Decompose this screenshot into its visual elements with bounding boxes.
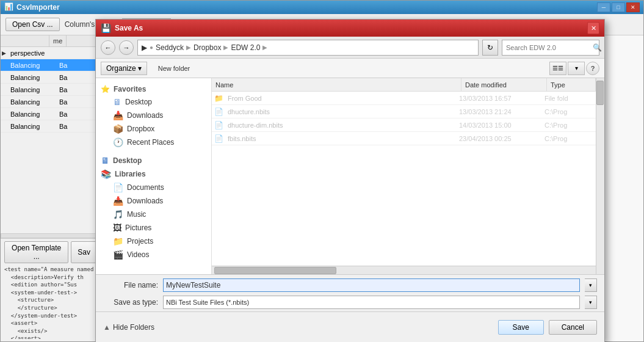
nav-search-box: 🔍 bbox=[502, 40, 599, 56]
favorites-section: ⭐ Favorites 🖥 Desktop 📥 Downloads 📦 Drop… bbox=[96, 83, 211, 149]
dialog-title: Save As bbox=[115, 24, 587, 32]
col-header-name[interactable]: Name bbox=[212, 78, 461, 91]
scrollbar-v-thumb bbox=[596, 81, 604, 105]
row-cell-meta: Ba bbox=[57, 74, 101, 81]
open-template-button[interactable]: Open Template ... bbox=[4, 241, 68, 263]
sidebar-item-music[interactable]: 🎵 Music bbox=[96, 208, 211, 221]
new-folder-button[interactable]: New folder bbox=[152, 63, 197, 74]
desktop-label: Desktop bbox=[125, 98, 152, 106]
col-header-meta: me bbox=[49, 35, 67, 46]
nav-forward-button[interactable]: → bbox=[119, 40, 134, 55]
table-row[interactable]: Balancing Ba bbox=[1, 59, 101, 71]
dialog-footer: ▲ Hide Folders Save Cancel bbox=[96, 311, 604, 342]
path-dropbox[interactable]: Dropbox bbox=[194, 43, 221, 52]
sidebar-item-pictures[interactable]: 🖼 Pictures bbox=[96, 221, 211, 235]
minimize-button[interactable]: ─ bbox=[597, 2, 610, 12]
file-name-label: File name: bbox=[103, 281, 158, 289]
path-edw[interactable]: EDW 2.0 bbox=[231, 43, 260, 52]
view-list-button[interactable]: ☰☰ bbox=[549, 62, 566, 75]
left-panel: me ▶ perspective Balancing Ba bbox=[1, 35, 101, 341]
table-row[interactable]: ▶ perspective bbox=[1, 47, 101, 59]
save-dialog-button[interactable]: Save bbox=[498, 320, 544, 335]
file-item[interactable]: 📄 dhucture-dim.nbits 14/03/2013 15:00 C:… bbox=[212, 118, 596, 132]
bottom-buttons: Open Template ... Sav bbox=[4, 241, 97, 263]
sidebar-item-documents[interactable]: 📄 Documents bbox=[96, 181, 211, 194]
table-row[interactable]: Balancing Ba bbox=[1, 84, 101, 96]
file-name-dropdown-arrow[interactable]: ▾ bbox=[585, 278, 597, 292]
file-item[interactable]: 📄 fbits.nbits 23/04/2013 00:25 C:\Prog bbox=[212, 132, 596, 145]
col-header-type[interactable]: Type bbox=[547, 78, 596, 91]
dialog-action-buttons: Save Cancel bbox=[498, 320, 597, 335]
table-rows: ▶ perspective Balancing Ba Balancing Ba bbox=[1, 47, 101, 233]
file-list: 📁 From Good 13/03/2013 16:57 File fold 📄… bbox=[212, 92, 596, 266]
downloads-label: Downloads bbox=[127, 111, 163, 120]
nav-refresh-button[interactable]: ↻ bbox=[482, 40, 498, 56]
dialog-close-button[interactable]: ✕ bbox=[587, 22, 599, 34]
col-header-date[interactable]: Date modified bbox=[461, 78, 547, 91]
view-buttons: ☰☰ ▾ ? bbox=[549, 62, 599, 75]
horizontal-scrollbar-files[interactable] bbox=[212, 266, 596, 274]
row-cell-name: Balancing bbox=[8, 62, 57, 69]
file-item-type: C:\Prog bbox=[545, 122, 593, 129]
table-header: me bbox=[1, 35, 101, 47]
cancel-dialog-button[interactable]: Cancel bbox=[549, 320, 597, 335]
vertical-scrollbar-files[interactable] bbox=[596, 78, 604, 274]
row-cell-meta: Ba bbox=[57, 123, 101, 130]
save-type-input[interactable] bbox=[163, 296, 580, 309]
dropbox-label: Dropbox bbox=[127, 125, 154, 133]
organize-label: Organize bbox=[106, 64, 136, 73]
maximize-button[interactable]: □ bbox=[612, 2, 625, 12]
open-csv-button[interactable]: Open Csv ... bbox=[5, 18, 60, 31]
path-separator: ● bbox=[150, 44, 153, 51]
pictures-icon: 🖼 bbox=[113, 223, 121, 233]
file-item[interactable]: 📁 From Good 13/03/2013 16:57 File fold bbox=[212, 92, 596, 105]
path-seddyck[interactable]: Seddyck bbox=[156, 43, 184, 52]
sidebar-item-downloads2[interactable]: 📥 Downloads bbox=[96, 194, 211, 208]
nav-back-button[interactable]: ← bbox=[101, 40, 115, 55]
horizontal-scrollbar[interactable] bbox=[1, 233, 101, 238]
hide-folders-button[interactable]: ▲ Hide Folders bbox=[103, 323, 154, 332]
row-cell-name: Balancing bbox=[8, 86, 57, 93]
help-button[interactable]: ? bbox=[586, 62, 599, 75]
file-item-date: 14/03/2013 15:00 bbox=[459, 122, 545, 129]
scrollbar-h-thumb bbox=[214, 267, 336, 274]
sidebar-item-desktop[interactable]: 🖥 Desktop bbox=[96, 95, 211, 109]
file-name-input[interactable] bbox=[163, 278, 580, 292]
file-item-date: 13/03/2013 21:24 bbox=[459, 108, 545, 115]
save-button[interactable]: Sav bbox=[71, 241, 97, 263]
pictures-label: Pictures bbox=[125, 224, 151, 232]
desktop-section-header: 🖥 Desktop bbox=[96, 154, 211, 167]
libraries-icon: 📚 bbox=[101, 169, 111, 179]
file-folder-icon: 📁 bbox=[214, 94, 225, 103]
sidebar-item-projects[interactable]: 📁 Projects bbox=[96, 235, 211, 248]
favorites-header: ⭐ Favorites bbox=[96, 83, 211, 95]
row-arrow: ▶ bbox=[1, 50, 8, 56]
table-row[interactable]: Balancing Ba bbox=[1, 108, 101, 120]
nav-path-bar[interactable]: ▶ ● Seddyck ▶ Dropbox ▶ EDW 2.0 ▶ bbox=[137, 40, 479, 56]
hide-folders-label: Hide Folders bbox=[113, 323, 154, 332]
xml-content: <test name="A measure named <description… bbox=[4, 266, 97, 339]
dialog-bottom: File name: ▾ Save as type: ▾ bbox=[96, 275, 604, 311]
save-type-dropdown-arrow[interactable]: ▾ bbox=[585, 296, 597, 309]
bottom-panel: Open Template ... Sav <test name="A meas… bbox=[1, 238, 101, 341]
view-dropdown-button[interactable]: ▾ bbox=[568, 62, 585, 75]
app-icon: 📊 bbox=[4, 2, 14, 12]
close-button[interactable]: ✕ bbox=[626, 2, 640, 12]
col-header-name bbox=[1, 35, 49, 46]
search-input[interactable] bbox=[506, 44, 590, 51]
file-item-type: C:\Prog bbox=[545, 108, 593, 115]
table-row[interactable]: Balancing Ba bbox=[1, 71, 101, 84]
table-row[interactable]: Balancing Ba bbox=[1, 120, 101, 133]
sidebar-item-recent-places[interactable]: 🕐 Recent Places bbox=[96, 136, 211, 149]
recent-places-icon: 🕐 bbox=[113, 137, 123, 147]
sidebar-item-downloads[interactable]: 📥 Downloads bbox=[96, 109, 211, 122]
sidebar-item-videos[interactable]: 🎬 Videos bbox=[96, 248, 211, 261]
music-icon: 🎵 bbox=[113, 209, 123, 219]
sidebar-item-dropbox[interactable]: 📦 Dropbox bbox=[96, 122, 211, 136]
file-item[interactable]: 📄 dhucture.nbits 13/03/2013 21:24 C:\Pro… bbox=[212, 105, 596, 118]
hide-folders-icon: ▲ bbox=[103, 323, 110, 332]
table-row[interactable]: Balancing Ba bbox=[1, 96, 101, 108]
path-sep3: ▶ bbox=[262, 44, 267, 51]
file-item-name: From Good bbox=[225, 95, 459, 102]
organize-button[interactable]: Organize ▾ bbox=[101, 62, 147, 75]
